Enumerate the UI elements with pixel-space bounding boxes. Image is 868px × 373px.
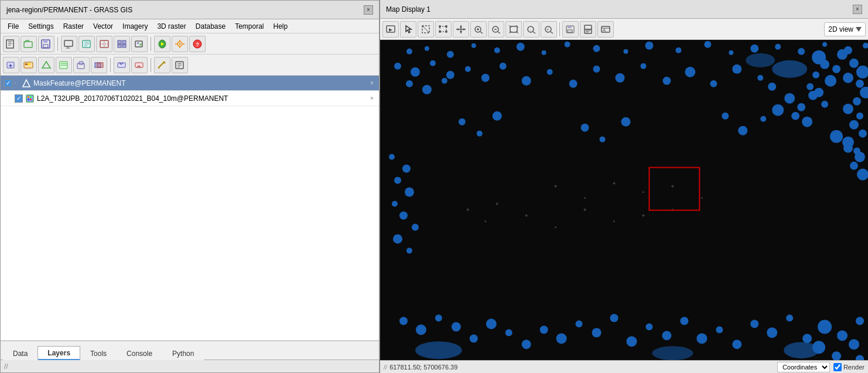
map-zoom-extent-button[interactable] [505, 21, 522, 38]
layer-row[interactable]: ✓ · MaskFeature@PERMANENT × [1, 76, 379, 91]
svg-point-127 [798, 48, 805, 55]
svg-marker-78 [460, 31, 462, 33]
svg-point-133 [849, 59, 859, 68]
render-checkbox[interactable] [833, 363, 842, 371]
map-zoom-back-button[interactable]: - [523, 21, 539, 38]
edit-button[interactable] [154, 57, 170, 73]
svg-point-183 [850, 162, 858, 170]
svg-point-205 [750, 320, 758, 328]
tab-data[interactable]: Data [3, 347, 37, 360]
map-render-button[interactable] [382, 21, 399, 38]
svg-rect-63 [28, 96, 29, 98]
layer-row[interactable]: ✓ L2A_T32UPB_20170706T102021_B04_10m@PER… [1, 91, 379, 106]
settings-button2[interactable] [172, 36, 188, 52]
layer-close-button[interactable]: × [368, 95, 375, 102]
separator-4 [151, 58, 151, 72]
layer-checkbox[interactable]: ✓ [4, 79, 12, 87]
menu-file[interactable]: File [3, 21, 23, 32]
svg-point-244 [701, 197, 703, 199]
svg-point-206 [767, 327, 777, 338]
svg-point-189 [470, 334, 478, 343]
tab-layers[interactable]: Layers [37, 346, 80, 360]
svg-point-147 [849, 120, 859, 130]
layer-checkbox[interactable]: ✓ [15, 94, 23, 103]
svg-rect-7 [43, 45, 48, 48]
svg-point-227 [493, 111, 502, 121]
layer-vector-button[interactable] [38, 57, 54, 73]
workspace-button[interactable] [114, 36, 130, 52]
svg-rect-105 [586, 32, 589, 32]
map-query-button[interactable] [418, 21, 434, 38]
map-toolbar-separator [559, 22, 560, 36]
svg-point-154 [446, 71, 454, 79]
svg-point-201 [680, 317, 688, 325]
menu-settings[interactable]: Settings [23, 21, 58, 32]
map-close-button[interactable]: × [853, 5, 862, 14]
svg-point-123 [704, 41, 711, 48]
layer-overlay-button[interactable] [91, 57, 107, 73]
svg-rect-24 [139, 43, 142, 46]
svg-rect-100 [568, 26, 572, 28]
view-select[interactable]: 2D view [824, 22, 866, 36]
open-button[interactable] [20, 36, 37, 52]
save-button[interactable] [38, 36, 54, 52]
svg-point-180 [830, 130, 843, 143]
svg-point-178 [757, 75, 763, 81]
display-button[interactable] [61, 36, 77, 52]
coordinates-select[interactable]: Coordinates [777, 362, 830, 372]
render-checkbox-container: Render [833, 363, 864, 371]
left-close-button[interactable]: × [364, 5, 373, 15]
layer-down-button[interactable] [131, 57, 148, 73]
map-display-button[interactable] [131, 36, 148, 52]
svg-line-94 [533, 32, 535, 33]
map-display[interactable] [380, 40, 868, 360]
left-title-bar: jena-region/PERMANENT - GRASS GIS × [1, 1, 379, 19]
menu-vector[interactable]: Vector [88, 21, 118, 32]
svg-point-169 [547, 69, 553, 75]
layer-add-button[interactable] [3, 57, 19, 73]
layer-close-button[interactable]: × [368, 80, 375, 87]
layer-raster-button[interactable] [20, 57, 37, 73]
map-pointer-button[interactable] [400, 21, 416, 38]
layer-group-button[interactable] [73, 57, 90, 73]
svg-point-250 [642, 214, 644, 216]
georect-button[interactable] [96, 36, 112, 52]
svg-point-216 [389, 154, 395, 160]
map-zoom-forward-button[interactable]: + [541, 21, 557, 38]
menu-3draster[interactable]: 3D raster [152, 21, 190, 32]
menu-help[interactable]: Help [269, 21, 293, 32]
map-save-button[interactable] [562, 21, 579, 38]
tab-console[interactable]: Console [117, 347, 162, 360]
map-zoom-out-button[interactable] [488, 21, 504, 38]
script-button[interactable] [154, 36, 170, 52]
map-select-button[interactable] [435, 21, 452, 38]
help-button[interactable]: ? [189, 36, 206, 52]
coordinate-value: 617811.50; 5700676.39 [389, 364, 457, 371]
digitize-button[interactable] [78, 36, 95, 52]
menu-raster[interactable]: Raster [59, 21, 88, 32]
menu-database[interactable]: Database [191, 21, 230, 32]
bottom-tabs: Data Layers Tools Console Python [1, 341, 379, 360]
svg-line-86 [498, 32, 500, 33]
svg-point-214 [849, 339, 859, 350]
layer-cmd-button[interactable] [56, 57, 72, 73]
menu-temporal[interactable]: Temporal [230, 21, 268, 32]
menu-imagery[interactable]: Imagery [118, 21, 152, 32]
tab-tools[interactable]: Tools [80, 347, 117, 360]
svg-point-247 [584, 208, 586, 211]
svg-point-160 [808, 91, 818, 100]
tab-python[interactable]: Python [162, 347, 204, 360]
layer-name: L2A_T32UPB_20170706T102021_B04_10m@PERMA… [37, 94, 366, 103]
svg-point-132 [837, 49, 848, 60]
svg-point-112 [425, 46, 429, 51]
map-pan-button[interactable] [453, 21, 469, 38]
svg-point-248 [613, 221, 615, 222]
layer-up-button[interactable] [114, 57, 130, 73]
svg-point-193 [540, 325, 548, 334]
properties-button[interactable] [172, 57, 188, 73]
new-map-button[interactable] [3, 36, 19, 52]
map-print-button[interactable] [580, 21, 596, 38]
svg-point-252 [467, 208, 469, 211]
map-overlay-button[interactable]: A [597, 21, 614, 38]
map-zoom-in-button[interactable] [470, 21, 487, 38]
